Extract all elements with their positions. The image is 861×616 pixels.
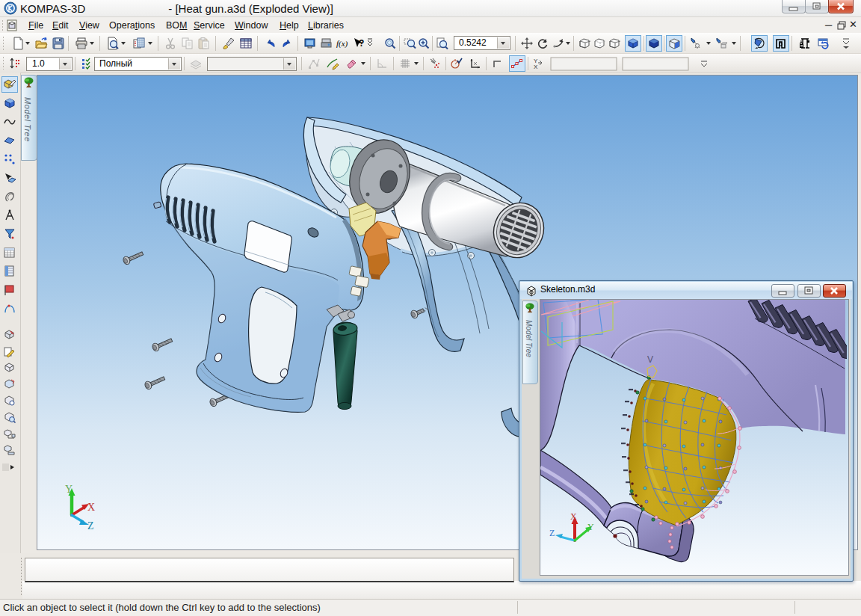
svg-text:Y: Y bbox=[587, 522, 594, 532]
svg-text:Z: Z bbox=[549, 528, 555, 538]
svg-text:f(x): f(x) bbox=[336, 39, 348, 49]
svg-text:Z: Z bbox=[87, 520, 94, 532]
svg-text:X: X bbox=[570, 511, 577, 522]
svg-text:X: X bbox=[534, 64, 538, 70]
svg-text:Y: Y bbox=[65, 484, 72, 495]
svg-text:X: X bbox=[87, 502, 95, 513]
svg-text:?: ? bbox=[359, 38, 364, 49]
svg-text:V: V bbox=[647, 354, 653, 365]
